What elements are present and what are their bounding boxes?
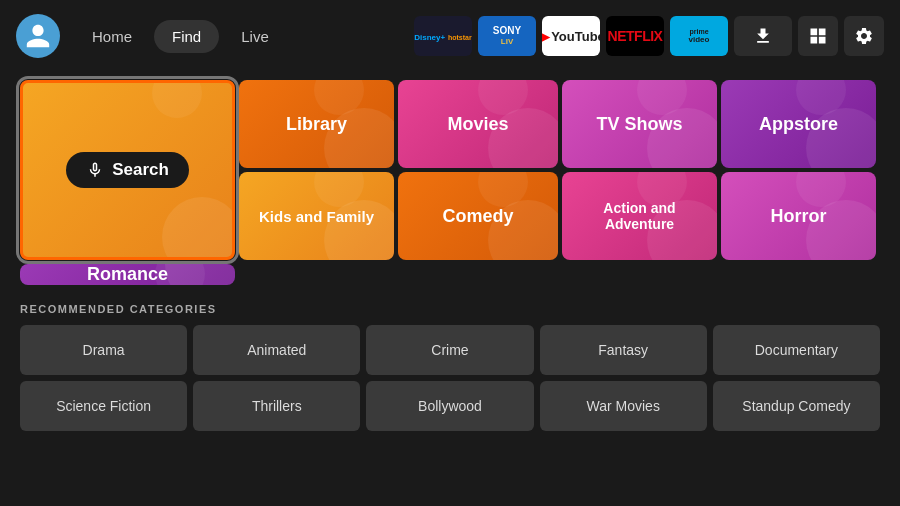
search-pill[interactable]: Search — [66, 152, 189, 188]
header: Home Find Live Disney+ hotstar SONY LIV … — [0, 0, 900, 72]
rec-thrillers[interactable]: Thrillers — [193, 381, 360, 431]
action-button[interactable]: Action and Adventure — [562, 172, 717, 260]
app-icons: Disney+ hotstar SONY LIV ▶ YouTube NETFL… — [414, 16, 884, 56]
tvshows-button[interactable]: TV Shows — [562, 80, 717, 168]
search-button[interactable]: Search — [20, 80, 235, 260]
recommended-section: RECOMMENDED CATEGORIES Drama Animated Cr… — [20, 303, 880, 431]
prime-app-icon[interactable]: prime video — [670, 16, 728, 56]
avatar[interactable] — [16, 14, 60, 58]
rec-standup[interactable]: Standup Comedy — [713, 381, 880, 431]
library-button[interactable]: Library — [239, 80, 394, 168]
kids-button[interactable]: Kids and Family — [239, 172, 394, 260]
horror-button[interactable]: Horror — [721, 172, 876, 260]
category-grid: Search Library Movies TV Shows Appstore … — [20, 80, 880, 285]
disney-app-icon[interactable]: Disney+ hotstar — [414, 16, 472, 56]
rec-drama[interactable]: Drama — [20, 325, 187, 375]
rec-war[interactable]: War Movies — [540, 381, 707, 431]
rec-fantasy[interactable]: Fantasy — [540, 325, 707, 375]
comedy-button[interactable]: Comedy — [398, 172, 558, 260]
search-label: Search — [112, 160, 169, 180]
recommended-grid: Drama Animated Crime Fantasy Documentary… — [20, 325, 880, 431]
sony-app-icon[interactable]: SONY LIV — [478, 16, 536, 56]
grid-button[interactable] — [798, 16, 838, 56]
rec-documentary[interactable]: Documentary — [713, 325, 880, 375]
nav-home[interactable]: Home — [74, 20, 150, 53]
romance-button[interactable]: Romance — [20, 264, 235, 285]
movies-button[interactable]: Movies — [398, 80, 558, 168]
rec-crime[interactable]: Crime — [366, 325, 533, 375]
nav-find[interactable]: Find — [154, 20, 219, 53]
settings-button[interactable] — [844, 16, 884, 56]
rec-scifi[interactable]: Science Fiction — [20, 381, 187, 431]
nav-live[interactable]: Live — [223, 20, 287, 53]
recommended-title: RECOMMENDED CATEGORIES — [20, 303, 880, 315]
rec-bollywood[interactable]: Bollywood — [366, 381, 533, 431]
nav-items: Home Find Live — [74, 20, 287, 53]
appstore-button[interactable]: Appstore — [721, 80, 876, 168]
downloader-app-icon[interactable] — [734, 16, 792, 56]
netflix-app-icon[interactable]: NETFLIX — [606, 16, 664, 56]
youtube-app-icon[interactable]: ▶ YouTube — [542, 16, 600, 56]
main-content: Search Library Movies TV Shows Appstore … — [0, 72, 900, 431]
rec-animated[interactable]: Animated — [193, 325, 360, 375]
